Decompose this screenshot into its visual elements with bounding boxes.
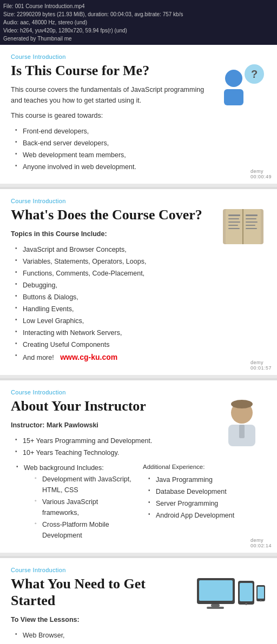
slide-4: Course Introduction What You Need to Get… [0,558,277,644]
watermark-time: 00:02:14 [250,543,272,548]
svg-point-27 [245,603,247,605]
watermark-brand: demy [250,538,263,543]
file-info-line3: Audio: aac, 48000 Hz, stereo (und) [3,18,274,26]
slide4-view-label: To View the Lessons: [11,616,80,623]
slide3-instructor: Instructor: Mark Pawlowski [11,421,98,429]
svg-point-2 [225,70,242,87]
slide1-image: ? [217,62,266,114]
list-item: A Smart Phone or Tablet [15,641,266,644]
slide3-web-list: Web background Includes: Development wit… [11,462,134,542]
svg-rect-16 [246,228,257,229]
slide3-additional-list: Java Programming Database Development Se… [143,474,266,521]
list-item: JavaScript and Browser Concepts, [15,244,266,256]
svg-rect-9 [228,222,240,223]
slide4-label: Course Introduction [11,567,266,573]
list-item: Web development team members, [15,149,266,161]
svg-rect-14 [246,222,258,223]
list-item: 10+ Years Teaching Technology. [15,447,266,459]
slide3-web-sub-list: Development with JavaScript, HTML, CSS V… [24,473,134,541]
cgku-watermark: www.cg-ku.com [60,353,117,361]
list-item: Web Browser, [15,629,266,641]
list-item: Debugging, [15,279,266,291]
svg-rect-23 [211,604,220,607]
svg-rect-7 [228,214,240,216]
list-item: Interacting with Network Servers, [15,327,266,339]
svg-rect-11 [228,228,240,229]
list-item: Java Programming [148,474,266,486]
list-item: Development with JavaScript, HTML, CSS [35,473,134,496]
watermark-time: 00:00:49 [250,174,272,179]
svg-rect-3 [224,89,243,105]
list-item: Back-end server developers, [15,137,266,149]
slide4-image [196,575,266,614]
watermark-brand: demy [250,169,263,174]
slide3-watermark: demy 00:02:14 [250,538,272,548]
devices-icon [196,575,266,611]
watermark-time: 00:01:57 [250,365,272,371]
svg-rect-15 [246,225,255,226]
slide1-label: Course Introduction [11,53,266,60]
list-item: Android App Development [148,509,266,521]
file-info-line1: File: 001 Course Introduction.mp4 [3,2,274,10]
slide2-intro: Topics in this Course Include: [11,230,107,238]
slide-1: Course Introduction ? Is This Course for… [0,45,277,184]
svg-point-30 [260,600,262,601]
list-item: Variables, Statements, Operators, Loops, [15,256,266,267]
slide2-label: Course Introduction [11,198,266,204]
svg-rect-8 [228,218,239,219]
list-item: Low Level Graphics, [15,315,266,327]
svg-rect-24 [207,607,224,609]
additional-exp-label: Additional Experience: [143,462,266,472]
slide1-list: Front-end developers, Back-end server de… [11,125,266,173]
list-item: Front-end developers, [15,125,266,137]
svg-text:?: ? [251,68,258,80]
file-info-bar: File: 001 Course Introduction.mp4 Size: … [0,0,277,45]
person-question-icon: ? [217,62,266,111]
file-info-line4: Video: h264, yuv420p, 1280x720, 59.94 fp… [3,26,274,35]
list-item: Buttons & Dialogs, [15,291,266,303]
svg-rect-29 [258,587,264,599]
list-item: Handling Events, [15,303,266,315]
slide3-label: Course Introduction [11,389,266,395]
slide2-watermark: demy 00:01:57 [250,360,272,371]
list-item: Database Development [148,486,266,498]
list-item: And more! www.cg-ku.com [15,351,266,364]
svg-point-18 [231,400,253,408]
file-info-line5: Generated by Thumbnail me [3,35,274,43]
list-item: Functions, Comments, Code-Placement, [15,267,266,279]
watermark-brand: demy [250,360,263,365]
svg-rect-22 [199,580,233,601]
book-icon [220,206,266,247]
slide3-col-left: Web background Includes: Development wit… [11,462,134,542]
slide2-list: JavaScript and Browser Concepts, Variabl… [11,244,266,364]
list-item: Creating Useful Components [15,339,266,351]
list-item: 15+ Years Programming and Development. [15,435,266,447]
list-item: Cross-Platform Mobile Development [35,519,134,541]
slide3-two-col: Web background Includes: Development wit… [11,462,266,542]
slide4-view-list: Web Browser, A Smart Phone or Tablet [11,629,266,644]
list-item: Web background Includes: Development wit… [16,462,134,542]
slide3-main-list: 15+ Years Programming and Development. 1… [11,435,266,459]
list-item: Server Programming [148,498,266,509]
svg-rect-12 [246,214,258,216]
list-item: Anyone involved in web development. [15,161,266,173]
svg-rect-26 [240,583,253,601]
slide3-col-right: Additional Experience: Java Programming … [143,462,266,542]
slide-3: Course Introduction About Your Instructo… [0,380,277,553]
list-item: Various JavaScript frameworks, [35,496,134,519]
svg-rect-10 [228,225,238,226]
slide-2: Course Introduction What's Does the [0,189,277,375]
svg-rect-13 [246,218,256,219]
file-info-line2: Size: 22990209 bytes (21.93 MiB), durati… [3,10,274,18]
slide1-watermark: demy 00:00:49 [250,169,272,179]
